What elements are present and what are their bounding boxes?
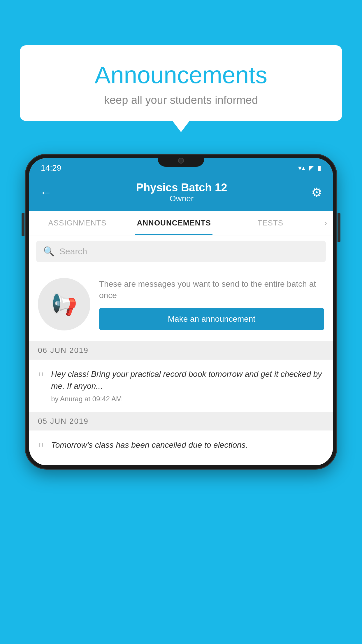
search-container: 🔍 Search	[29, 235, 333, 267]
status-time: 14:29	[41, 163, 61, 173]
screen-content: 🔍 Search 📢 These are messages you want t…	[29, 235, 333, 465]
settings-icon[interactable]: ⚙	[311, 185, 322, 200]
info-card: Announcements keep all your students inf…	[20, 45, 342, 121]
announcement-description: These are messages you want to send to t…	[99, 278, 324, 301]
tab-assignments[interactable]: ASSIGNMENTS	[29, 211, 126, 235]
speech-bubble: Announcements keep all your students inf…	[20, 45, 342, 121]
quote-icon-2: "	[38, 439, 44, 456]
header-title: Physics Batch 12	[52, 181, 311, 194]
search-bar[interactable]: 🔍 Search	[36, 241, 326, 262]
announcement-item-2[interactable]: " Tomorrow's class has been cancelled du…	[29, 430, 333, 465]
date-separator-1: 06 JUN 2019	[29, 341, 333, 360]
phone-outer: 14:29 ▾▴ ◤ ▮ ← Physics Batch 12 Owner ⚙	[26, 155, 336, 469]
phone-screen: 14:29 ▾▴ ◤ ▮ ← Physics Batch 12 Owner ⚙	[29, 158, 333, 465]
date-separator-2: 05 JUN 2019	[29, 412, 333, 430]
announcement-text-2: Tomorrow's class has been cancelled due …	[51, 439, 324, 451]
camera	[178, 158, 184, 164]
bubble-title: Announcements	[37, 61, 325, 89]
back-button[interactable]: ←	[40, 186, 52, 200]
tabs-bar: ASSIGNMENTS ANNOUNCEMENTS TESTS ›	[29, 211, 333, 235]
tab-announcements[interactable]: ANNOUNCEMENTS	[126, 211, 222, 235]
announcement-text-1: Hey class! Bring your practical record b…	[51, 368, 324, 392]
tab-more[interactable]: ›	[319, 211, 333, 235]
status-icons: ▾▴ ◤ ▮	[298, 164, 321, 172]
announcement-content-2: Tomorrow's class has been cancelled due …	[51, 439, 324, 454]
phone-notch	[158, 155, 204, 167]
announcement-prompt: 📢 These are messages you want to send to…	[29, 267, 333, 341]
signal-icon: ◤	[309, 164, 314, 172]
app-header: ← Physics Batch 12 Owner ⚙	[29, 176, 333, 211]
announcement-right: These are messages you want to send to t…	[99, 278, 324, 330]
battery-icon: ▮	[317, 164, 321, 172]
search-input[interactable]: Search	[59, 246, 87, 256]
announcement-icon-circle: 📢	[38, 278, 90, 330]
announcement-item-1[interactable]: " Hey class! Bring your practical record…	[29, 360, 333, 412]
megaphone-icon: 📢	[51, 292, 77, 317]
quote-icon-1: "	[38, 368, 44, 385]
tab-tests[interactable]: TESTS	[222, 211, 319, 235]
announcement-meta-1: by Anurag at 09:42 AM	[51, 395, 324, 403]
announcement-content-1: Hey class! Bring your practical record b…	[51, 368, 324, 403]
make-announcement-button[interactable]: Make an announcement	[99, 308, 324, 330]
header-center: Physics Batch 12 Owner	[52, 181, 311, 203]
header-subtitle: Owner	[52, 194, 311, 203]
phone-mockup: 14:29 ▾▴ ◤ ▮ ← Physics Batch 12 Owner ⚙	[26, 155, 336, 644]
search-icon: 🔍	[43, 246, 55, 257]
wifi-icon: ▾▴	[298, 164, 305, 172]
bubble-subtitle: keep all your students informed	[37, 94, 325, 106]
